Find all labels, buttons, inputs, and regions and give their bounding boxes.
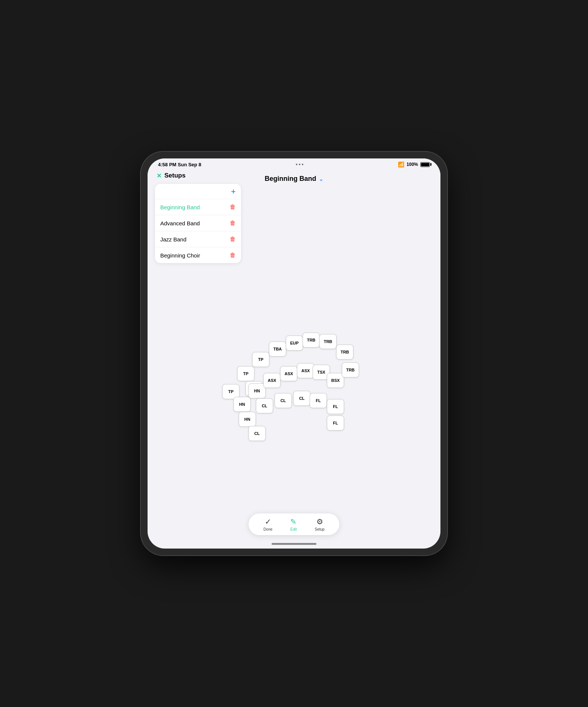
toolbar-edit-label: Edit: [290, 527, 297, 531]
instrument-chip-5[interactable]: TRB: [303, 333, 320, 348]
edit-icon: ✎: [290, 517, 297, 526]
instrument-chip-16[interactable]: TRB: [342, 362, 359, 377]
setup-item-advanced-band[interactable]: Advanced Band 🗑: [155, 215, 241, 231]
gear-icon: ⚙: [316, 517, 323, 526]
add-setup-row: +: [155, 184, 241, 199]
instrument-chip-7[interactable]: TRB: [336, 345, 353, 359]
instrument-chip-12[interactable]: ASX: [280, 366, 297, 381]
setup-item-jazz-band[interactable]: Jazz Band 🗑: [155, 231, 241, 247]
add-setup-button[interactable]: +: [231, 188, 236, 196]
device-frame: 4:58 PM Sun Sep 8 📶 100%: [141, 152, 447, 555]
bottom-toolbar: ✓ Done ✎ Edit ⚙ Setup: [248, 513, 339, 535]
setups-header: ✕ Setups: [155, 169, 241, 184]
trash-icon[interactable]: 🗑: [230, 252, 236, 259]
instrument-chip-6[interactable]: TRB: [319, 334, 337, 349]
checkmark-icon: ✓: [265, 517, 271, 526]
status-bar: 4:58 PM Sun Sep 8 📶 100%: [148, 158, 440, 169]
setup-item-label: Beginning Choir: [160, 252, 200, 259]
instrument-chip-18[interactable]: CL: [256, 398, 273, 413]
main-content: Beginning Band ⌄ ✕ Setups + Beginning Ba…: [148, 169, 440, 549]
setups-title: Setups: [164, 172, 186, 179]
instrument-chip-11[interactable]: ASX: [263, 373, 281, 388]
instrument-chip-3[interactable]: TBA: [269, 342, 286, 356]
setup-item-label: Advanced Band: [160, 220, 200, 226]
instrument-chip-17[interactable]: HN: [239, 412, 256, 427]
instrument-chip-21[interactable]: FL: [310, 393, 327, 408]
toolbar-done[interactable]: ✓ Done: [263, 517, 272, 531]
instrument-chip-23[interactable]: CL: [248, 426, 266, 441]
instrument-chip-19[interactable]: CL: [275, 393, 292, 408]
trash-icon[interactable]: 🗑: [230, 236, 236, 243]
trash-icon[interactable]: 🗑: [230, 220, 236, 226]
device-screen: 4:58 PM Sun Sep 8 📶 100%: [148, 158, 440, 549]
instrument-chip-9[interactable]: HN: [233, 397, 251, 412]
instrument-chip-13[interactable]: ASX: [297, 363, 314, 378]
home-indicator: [272, 543, 316, 545]
trash-icon[interactable]: 🗑: [230, 204, 236, 210]
battery-icon: [420, 162, 430, 167]
status-center-dots: [296, 164, 303, 165]
toolbar-done-label: Done: [263, 527, 272, 531]
wifi-icon: 📶: [398, 161, 404, 167]
status-time: 4:58 PM Sun Sep 8: [158, 162, 201, 167]
setups-panel: ✕ Setups + Beginning Band 🗑 Advanced Ban…: [155, 169, 241, 263]
instrument-chip-24[interactable]: FL: [327, 416, 344, 430]
setup-item-label: Beginning Band: [160, 204, 200, 210]
setups-list: + Beginning Band 🗑 Advanced Band 🗑 Jazz …: [155, 184, 241, 263]
instrument-chip-10[interactable]: HN: [248, 383, 266, 398]
instrument-chip-4[interactable]: EUP: [286, 336, 303, 351]
instrument-chip-2[interactable]: TP: [252, 352, 269, 367]
setup-item-label: Jazz Band: [160, 236, 186, 243]
setup-item-beginning-choir[interactable]: Beginning Choir 🗑: [155, 247, 241, 263]
semicircle-layout: TPTPTPTBAEUPTRBTRBTRBASXHNHNASXASXASXTSX…: [212, 318, 376, 422]
toolbar-setup[interactable]: ⚙ Setup: [315, 517, 325, 531]
instrument-chip-22[interactable]: FL: [327, 399, 344, 414]
instrument-chip-20[interactable]: CL: [293, 391, 310, 406]
setup-item-beginning-band[interactable]: Beginning Band 🗑: [155, 199, 241, 215]
toolbar-edit[interactable]: ✎ Edit: [290, 517, 297, 531]
toolbar-setup-label: Setup: [315, 527, 325, 531]
instrument-chip-15[interactable]: BSX: [327, 373, 344, 388]
instrument-chip-1[interactable]: TP: [237, 366, 254, 381]
close-icon[interactable]: ✕: [157, 172, 161, 179]
status-right: 📶 100%: [398, 161, 430, 167]
